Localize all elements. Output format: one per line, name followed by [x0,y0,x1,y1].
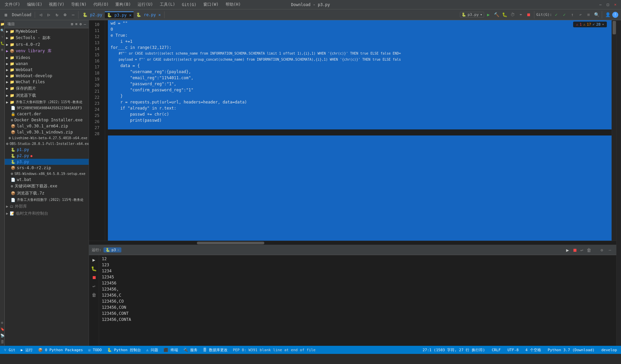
terminal-item[interactable]: ⬛ 终端 [162,347,179,353]
activity-settings-side[interactable]: ⚙ [0,320,4,325]
tree-item-sectools[interactable]: ▶ 📁 SecTools - 副本 [5,34,89,41]
indent-item[interactable]: 4 个空格 [524,347,542,353]
tree-item-p2py[interactable]: 🐍 p2.py ● [5,153,89,159]
encoding-item[interactable]: UTF-8 [506,348,520,352]
tree-item-temp-files[interactable]: ▶ 📝 临时文件和控制台 [5,210,89,217]
activity-debug[interactable]: 🐛 [0,41,5,46]
tree-item-videos[interactable]: ▶ 📁 Videos [5,55,89,61]
tree-item-obs[interactable]: ⚙️ OBS-Studio-28.0.1-Full-Installer-x64.… [5,141,89,147]
tree-icon-4[interactable]: — [84,22,86,26]
tree-item-wtbat[interactable]: 📄 wt.bat [5,177,89,183]
menu-run[interactable]: 运行(U) [136,1,155,8]
tree-item-p1py[interactable]: 🐍 p1.py [5,147,89,153]
tree-item-srs-zip[interactable]: 📦 srs-4.0-r2.zip [5,165,89,171]
tree-item-p3py[interactable]: 🐍 p3.py [5,159,89,165]
minimize-button[interactable]: — [597,2,603,8]
notification-button[interactable]: ! [612,12,618,18]
repy-tab-btn[interactable]: 🐍 re.py ✕ [134,12,163,18]
tree-icon-2[interactable]: ≡ [75,22,78,26]
menu-file[interactable]: 文件(F) [3,1,22,8]
back-button[interactable]: ◁ [37,11,45,19]
panel-settings-button[interactable]: ⚙ [598,246,605,254]
line-separator[interactable]: CRLF [491,348,502,352]
services-item[interactable]: 🔌 服务 [182,347,199,353]
panel-close-button[interactable]: — [606,246,614,254]
run-name-close[interactable]: ✕ [117,248,119,252]
git-update-button[interactable]: ✓ [553,11,560,19]
forward-button[interactable]: ▷ [45,11,53,19]
code-area[interactable]: wd = "" 0 e True: i +=1 for___c in range… [108,20,612,241]
minus-button[interactable]: — [69,11,77,19]
menu-edit[interactable]: 编辑(E) [25,1,45,8]
python-version-item[interactable]: Python 3.7 (Download) [546,348,596,352]
activity-search[interactable]: 🔍 [0,28,5,33]
git-stash-button[interactable]: ≡ [585,11,592,19]
activity-database[interactable]: 🗄 [0,339,5,344]
editor-scrollbar[interactable] [612,20,616,241]
python-packages-item[interactable]: 📦 0 Python Packages [37,348,84,352]
tree-item-qilu[interactable]: ▶ 📁 齐鲁工大鲁科院数字（2022）115号-教务处 [5,99,89,105]
git-status-item[interactable]: ⑂ Git [3,348,17,352]
tree-item-webgoat[interactable]: ▶ 📁 WebGoat [5,67,89,73]
git-push-button[interactable]: ↑ [569,11,576,19]
tree-item-wanan[interactable]: ▶ 📁 wanan [5,61,89,67]
tree-item-hash[interactable]: 📄 9FC20B9E98EA98B4A35E6223041A5EF3 [5,105,89,111]
profile-button[interactable]: ⏱ [509,11,516,19]
menu-view[interactable]: 视图(V) [47,1,66,8]
tree-item-cacert[interactable]: 🔒 cacert.der [5,111,89,117]
maximize-button[interactable]: □ [605,2,611,8]
tree-icon-1[interactable]: ⊞ [71,22,73,26]
tree-item-mywebgoat[interactable]: ▶ 📁 MyWebGoat [5,28,89,34]
run-left-stop[interactable]: ⏹ [90,274,98,281]
chevron-down-icon[interactable]: ▾ [602,22,604,27]
cursor-position[interactable]: 27:1 (1503 字符, 27 行 换行符) [421,347,486,353]
menu-refactor[interactable]: 重构(B) [113,1,133,8]
tree-item-qilu2[interactable]: 📄 齐鲁工大鲁科院数字（2022）115号-教务处 [5,197,89,203]
horizontal-scrollbar[interactable] [89,241,616,245]
tree-icon-3[interactable]: ⚙ [80,22,82,26]
close-button[interactable]: ✕ [612,2,618,8]
git-commit-button[interactable]: ✓ [561,11,568,19]
tree-item-srs-setup[interactable]: ⚙️ SRS-Windows-x86_64-5.0.19-setup.exe [5,171,89,177]
settings-button[interactable]: ⚙ [61,11,69,19]
activity-bookmarks[interactable]: 🔖 [0,327,5,332]
stop-run-button[interactable]: ⏹ [571,247,579,253]
git-rollback-button[interactable]: ↶ [577,11,584,19]
tree-item-webgoat-develop[interactable]: ▶ 📁 WebGoat-develop [5,73,89,79]
coverage-button[interactable]: ☂ [517,11,525,19]
tree-item-keyword-dl[interactable]: ⚙️ 关键词4K图下载器.exe [5,183,89,190]
build-button[interactable]: 🔨 [493,11,500,19]
activity-git[interactable]: ⑂ [1,34,4,39]
branch-item[interactable]: develop [600,348,618,352]
wrap-button[interactable]: ↩ [579,247,585,253]
tree-item-wechat[interactable]: ▶ 📁 WeChat Files [5,79,89,85]
p3py-tab-btn[interactable]: 🐍 p3.py ✕ [105,11,134,18]
search-button[interactable]: 🔍 [593,11,600,19]
problems-item[interactable]: ⚠ 问题 [145,347,159,353]
menu-help[interactable]: 帮助(H) [224,1,243,8]
activity-folder[interactable]: 📁 [0,22,5,27]
menu-git[interactable]: Git(G) [180,2,199,8]
account-button[interactable]: 👤 [604,11,612,19]
tree-item-docker[interactable]: ⚙️ Docker Desktop Installer.exe [5,117,89,123]
tree-item-srs-r2[interactable]: ▶ 📁 srs-4.0-r2 [5,41,89,48]
tree-item-saved-images[interactable]: ▶ 📁 保存的图片 [5,85,89,92]
run-button[interactable]: ▶ [485,11,492,19]
horiz-scroll-thumb[interactable] [197,242,264,244]
run-left-bug[interactable]: 🐛 [90,265,98,272]
db-changes-item[interactable]: 🗄 数据库更改 [202,347,229,353]
clear-button[interactable]: 🗑 [585,247,593,253]
tree-item-external-libs[interactable]: ▶ 🗂 外部库 [5,203,89,210]
menu-code[interactable]: 代码(O) [91,1,111,8]
run-left-wrap[interactable]: ↩ [91,283,96,290]
todo-item[interactable]: ☑ TODO [87,348,103,352]
tree-item-lal-arm[interactable]: 📦 lal_v0.30.1_arm64.zip [5,123,89,129]
activity-extensions[interactable]: ⊞ [0,47,4,52]
run-left-play[interactable]: ▶ [91,256,96,263]
python-console-item[interactable]: 🐍 Python 控制台 [106,347,142,353]
menu-nav[interactable]: 导航(N) [69,1,89,8]
rerun-button[interactable]: ▶ [565,247,570,253]
run-status-item[interactable]: ▶ 运行 [20,347,34,353]
debug-button[interactable]: 🐛 [501,11,508,19]
tree-item-browser-dl[interactable]: ▶ 📁 浏览器下载 [5,92,89,99]
